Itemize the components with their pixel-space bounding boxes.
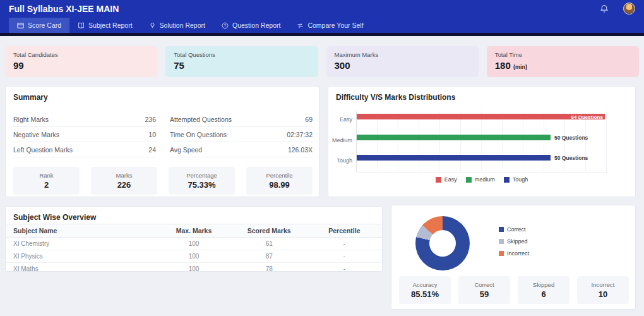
legend-swatch — [499, 251, 504, 256]
nav-tabs: Score Card Subject Report Solution Repor… — [0, 18, 644, 33]
category-label: Easy — [328, 116, 352, 123]
stat-card-total-candidates: Total Candidates 99 — [5, 46, 157, 77]
row-label: Attempted Questions — [170, 116, 232, 123]
cell-scored-marks: 61 — [232, 238, 307, 250]
legend-label: Correct — [507, 226, 526, 233]
legend-item: Incorrect — [499, 250, 529, 257]
panel-title: Subject Wise Overview — [13, 213, 96, 222]
cell-scored-marks: 78 — [232, 263, 307, 276]
legend-item: medium — [466, 176, 495, 183]
tab-compare-your-self[interactable]: Compare Your Self — [289, 18, 371, 33]
bar-value-label: 50 Questions — [554, 155, 588, 161]
stat-card-total-time: Total Time 180 (min) — [487, 46, 639, 77]
legend-item: Easy — [436, 176, 457, 183]
tab-score-card[interactable]: Score Card — [9, 18, 69, 33]
metric-box-rank: Rank2 — [13, 167, 80, 195]
card-value: 99 — [13, 60, 149, 71]
bell-icon[interactable] — [600, 4, 609, 13]
tab-question-report[interactable]: Question Report — [213, 18, 289, 33]
difficulty-chart-panel: Difficulty V/S Marks Distributions Easy … — [328, 86, 636, 197]
metric-value: 98.99 — [269, 180, 290, 190]
user-avatar[interactable] — [623, 3, 635, 15]
panel-title: Difficulty V/S Marks Distributions — [336, 93, 455, 102]
card-value: 180 (min) — [495, 60, 631, 71]
score-card-icon — [17, 22, 24, 29]
cell-percentile: - — [307, 263, 382, 276]
bar-value-label: 50 Questions — [554, 135, 588, 141]
row-label: Avg Speed — [170, 146, 202, 154]
question-report-icon — [222, 22, 229, 29]
legend-item: Skipped — [499, 238, 529, 245]
result-box-incorrect: Incorrect10 — [577, 276, 629, 304]
row-label: Left Question Marks — [13, 146, 73, 154]
table-row: XI Physics 100 87 - — [6, 250, 382, 263]
bar-fill — [357, 135, 551, 140]
legend-swatch — [504, 177, 510, 183]
cell-scored-marks: 87 — [232, 250, 307, 263]
stat-card-maximum-marks: Maximum Marks 300 — [326, 46, 479, 77]
header-divider — [0, 33, 644, 36]
bar-fill: 64 Questions — [357, 114, 605, 119]
bar-tough: 50 Questions — [357, 155, 609, 161]
cell-subject: XI Chemistry — [6, 238, 156, 250]
cell-subject: XI Physics — [6, 250, 156, 263]
bar-medium: 50 Questions — [357, 135, 609, 140]
metric-value: 85.51% — [411, 289, 439, 299]
tab-label: Subject Report — [88, 21, 132, 29]
row-value: 24 — [148, 146, 156, 154]
bar-easy: 64 Questions — [357, 114, 609, 119]
cell-percentile: - — [307, 250, 382, 263]
score-dashboard: Full Syllabus XI-JEE MAIN Score Card Sub… — [0, 0, 644, 316]
card-value: 75 — [174, 60, 309, 71]
row-value: 02:37:32 — [287, 131, 313, 138]
metric-box-percentile: Percentile98.99 — [246, 167, 313, 195]
table-header-row: Subject Name Max. Marks Scored Marks Per… — [6, 224, 382, 238]
legend-label: Skipped — [507, 238, 528, 245]
stat-card-total-questions: Total Questions 75 — [165, 46, 318, 77]
table-row: XI Maths 100 78 - — [6, 263, 382, 276]
donut-legend: Correct Skipped Incorrect — [499, 226, 529, 257]
result-box-accuracy: Accuracy85.51% — [399, 276, 451, 304]
legend-item: Tough — [504, 176, 528, 183]
metric-label: Accuracy — [412, 281, 437, 288]
tab-label: Solution Report — [160, 21, 205, 29]
metric-label: Correct — [474, 281, 494, 288]
subject-report-icon — [78, 22, 85, 29]
card-unit: (min) — [513, 64, 527, 70]
cell-subject: XI Maths — [6, 263, 156, 276]
top-header: Full Syllabus XI-JEE MAIN — [0, 0, 644, 18]
legend-swatch — [436, 177, 441, 183]
summary-row: Negative Marks10 — [13, 127, 156, 142]
tab-label: Score Card — [28, 21, 61, 29]
row-value: 69 — [305, 116, 313, 123]
page-title: Full Syllabus XI-JEE MAIN — [9, 0, 119, 18]
metric-label: Percentage — [186, 172, 217, 179]
answer-distribution-panel: Correct Skipped Incorrect Accuracy85.51%… — [391, 205, 636, 310]
legend-item: Correct — [499, 226, 529, 233]
tab-solution-report[interactable]: Solution Report — [141, 18, 213, 33]
summary-row: Left Question Marks24 — [13, 142, 156, 157]
summary-rows: Right Marks236 Negative Marks10 Left Que… — [13, 112, 313, 157]
panel-title: Summary — [13, 93, 48, 102]
row-label: Time On Questions — [170, 131, 227, 138]
column-header: Subject Name — [6, 224, 156, 238]
metric-label: Incorrect — [592, 281, 615, 288]
tab-subject-report[interactable]: Subject Report — [69, 18, 140, 33]
bar-chart: 64 Questions 50 Questions 50 Questions — [356, 111, 609, 173]
summary-row: Right Marks236 — [13, 112, 156, 127]
metric-value: 10 — [599, 289, 607, 299]
metric-value: 226 — [117, 180, 131, 190]
answer-donut — [415, 216, 470, 270]
legend-swatch — [466, 177, 472, 183]
metric-box-percentage: Percentage75.33% — [169, 167, 235, 195]
summary-row: Attempted Questions69 — [170, 112, 313, 127]
row-label: Right Marks — [13, 116, 49, 123]
compare-icon — [297, 22, 304, 29]
row-label: Negative Marks — [13, 131, 59, 138]
metric-label: Marks — [116, 172, 133, 179]
metric-value: 6 — [541, 289, 546, 299]
legend-swatch — [499, 227, 504, 232]
metric-value: 59 — [480, 289, 489, 299]
solution-report-icon — [149, 22, 156, 29]
card-label: Maximum Marks — [335, 51, 470, 58]
